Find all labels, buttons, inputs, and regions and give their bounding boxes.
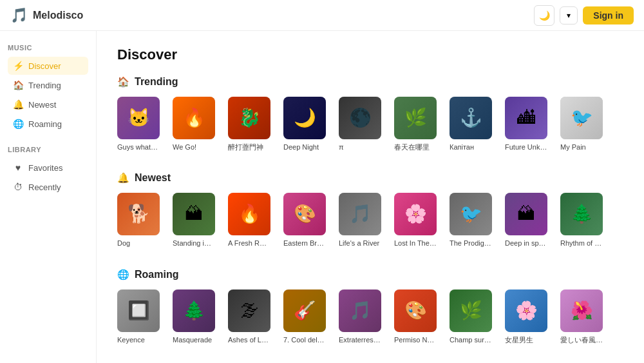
signin-button[interactable]: Sign in: [583, 6, 634, 25]
svg-text:🌺: 🌺: [571, 300, 593, 321]
list-item[interactable]: 🌸 Lost In The Wind: [394, 193, 440, 248]
list-item[interactable]: 🐦 My Pain: [560, 97, 607, 152]
trending-icon: 🏠: [13, 80, 23, 90]
card-thumbnail: 🌿: [450, 289, 492, 332]
card-thumbnail: 🌲: [173, 289, 215, 332]
list-item[interactable]: 🎵 Extraterrestrial Love: [339, 289, 385, 344]
svg-text:🐦: 🐦: [460, 203, 482, 224]
roaming-section-title: Roaming: [135, 269, 178, 280]
sidebar-library-label: Library: [8, 146, 88, 153]
svg-text:🌫: 🌫: [240, 300, 258, 320]
card-thumbnail: 🌿: [394, 97, 437, 139]
sidebar-item-favorites[interactable]: ♥Favorites: [8, 159, 88, 177]
list-item[interactable]: ⚓ Капітан: [450, 97, 496, 152]
card-label: 女星男生: [505, 335, 547, 344]
card-thumbnail: 🐦: [560, 97, 603, 139]
card-label: Champ sur Drac: [450, 335, 492, 344]
card-label: A Fresh Restart: [228, 239, 270, 248]
svg-text:🎸: 🎸: [294, 300, 316, 321]
section-roaming: 🌐Roaming 🔲 Keyence 🌲 Masquerade: [117, 269, 623, 344]
card-label: Guys what is wron...: [117, 142, 160, 152]
recently-icon: ⏱: [13, 182, 23, 192]
list-item[interactable]: 🔲 Keyence: [117, 289, 164, 344]
section-header-roaming: 🌐Roaming: [117, 269, 623, 280]
card-label: Extraterrestrial Love: [339, 335, 381, 344]
list-item[interactable]: 🐕 Dog: [117, 193, 164, 248]
sidebar-item-recently[interactable]: ⏱Recently: [8, 178, 88, 196]
sidebar-item-label: Newest: [28, 100, 56, 110]
list-item[interactable]: 🏔 Deep in space: [505, 193, 551, 248]
list-item[interactable]: 🎵 Life's a River: [339, 193, 385, 248]
sidebar-item-label: Favorites: [28, 163, 62, 173]
svg-text:🎨: 🎨: [294, 203, 316, 224]
sidebar-item-newest[interactable]: 🔔Newest: [8, 95, 88, 113]
sidebar-item-label: Trending: [28, 81, 61, 90]
list-item[interactable]: 🌑 π: [339, 97, 385, 152]
list-item[interactable]: 🌿 春天在哪里: [394, 97, 440, 152]
sidebar-item-roaming[interactable]: 🌐Roaming: [8, 115, 88, 133]
card-thumbnail: 🏙: [505, 97, 547, 139]
svg-text:🔲: 🔲: [128, 300, 150, 321]
card-label: 春天在哪里: [394, 142, 437, 152]
roaming-cards-row: 🔲 Keyence 🌲 Masquerade 🌫 Ashes of Love: [117, 289, 623, 344]
page-title: Discover: [117, 46, 623, 63]
newest-section-icon: 🔔: [117, 172, 129, 184]
list-item[interactable]: 🐱 Guys what is wron...: [117, 97, 164, 152]
list-item[interactable]: 🌲 Rhythm of the Night: [560, 193, 607, 248]
top-nav: 🎵 Melodisco 🌙 ▾ Sign in: [0, 0, 644, 31]
list-item[interactable]: 🔥 A Fresh Restart: [228, 193, 274, 248]
list-item[interactable]: 🌺 愛しい春風 (Belove...: [560, 289, 607, 344]
card-thumbnail: 🏔: [505, 193, 547, 235]
sidebar-music-section: Music ⚡Discover🏠Trending🔔Newest🌐Roaming: [8, 44, 88, 133]
card-thumbnail: 🐕: [117, 193, 160, 235]
card-thumbnail: 🔥: [173, 97, 215, 139]
card-label: The Prodigy's Sym...: [450, 239, 492, 248]
card-thumbnail: 🏔: [173, 193, 215, 235]
section-header-trending: 🏠Trending: [117, 76, 623, 88]
section-header-newest: 🔔Newest: [117, 172, 623, 184]
card-label: 愛しい春風 (Belove...: [560, 335, 603, 344]
app-logo[interactable]: 🎵 Melodisco: [10, 7, 83, 24]
list-item[interactable]: 🎨 Eastern Breeze: [283, 193, 330, 248]
card-thumbnail: 🌸: [505, 289, 547, 332]
card-thumbnail: 🌫: [228, 289, 270, 332]
nav-dropdown-button[interactable]: ▾: [560, 6, 578, 25]
list-item[interactable]: 🐉 醉打虀門神: [228, 97, 274, 152]
svg-text:🐕: 🐕: [128, 203, 150, 224]
list-item[interactable]: 🏙 Future Unknown: [505, 97, 551, 152]
card-label: Masquerade: [173, 335, 215, 344]
svg-text:🎨: 🎨: [404, 300, 427, 321]
svg-text:🎵: 🎵: [349, 203, 372, 224]
svg-text:🏔: 🏔: [517, 204, 535, 224]
svg-text:🌲: 🌲: [571, 203, 593, 224]
theme-toggle-button[interactable]: 🌙: [534, 5, 554, 26]
sidebar: Music ⚡Discover🏠Trending🔔Newest🌐Roaming …: [0, 31, 97, 363]
card-thumbnail: 🌺: [560, 289, 603, 332]
card-thumbnail: 🐱: [117, 97, 160, 139]
card-thumbnail: 🐉: [228, 97, 270, 139]
list-item[interactable]: 🌿 Champ sur Drac: [450, 289, 496, 344]
trending-section-icon: 🏠: [117, 76, 129, 88]
list-item[interactable]: 🌫 Ashes of Love: [228, 289, 274, 344]
section-trending: 🏠Trending 🐱 Guys what is wron... 🔥 We Go…: [117, 76, 623, 152]
card-label: Standing in the pro...: [173, 239, 215, 248]
sidebar-item-trending[interactable]: 🏠Trending: [8, 76, 88, 94]
list-item[interactable]: 🎸 7. Cool delayed kick: [283, 289, 330, 344]
list-item[interactable]: 🏔 Standing in the pro...: [173, 193, 219, 248]
svg-text:🌑: 🌑: [349, 107, 372, 128]
list-item[interactable]: 🌲 Masquerade: [173, 289, 219, 344]
newest-icon: 🔔: [13, 99, 23, 110]
card-label: Eastern Breeze: [283, 239, 326, 248]
card-label: Lost In The Wind: [394, 239, 437, 248]
list-item[interactable]: 🌙 Deep Night: [283, 97, 330, 152]
list-item[interactable]: 🐦 The Prodigy's Sym...: [450, 193, 496, 248]
svg-text:🌿: 🌿: [404, 107, 427, 128]
list-item[interactable]: 🌸 女星男生: [505, 289, 551, 344]
card-thumbnail: 🎨: [283, 193, 326, 235]
list-item[interactable]: 🎨 Permiso Negado: [394, 289, 440, 344]
list-item[interactable]: 🔥 We Go!: [173, 97, 219, 152]
card-thumbnail: 🎵: [339, 193, 381, 235]
sidebar-item-discover[interactable]: ⚡Discover: [8, 57, 88, 75]
sidebar-music-label: Music: [8, 44, 88, 52]
svg-text:🐦: 🐦: [571, 107, 593, 128]
